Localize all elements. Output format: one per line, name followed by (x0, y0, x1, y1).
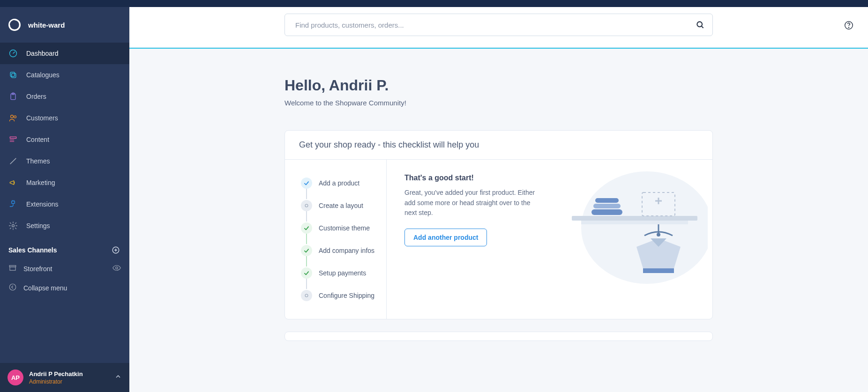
main-area: Hello, Andrii P. Welcome to the Shopware… (129, 7, 868, 392)
svg-rect-2 (12, 74, 16, 78)
user-footer[interactable]: AP Andrii P Pechatkin Administrator (0, 363, 129, 392)
svg-line-23 (702, 26, 703, 28)
shop-illustration (558, 164, 708, 286)
checklist-bubble-icon (301, 222, 312, 234)
shopware-logo-icon (8, 19, 21, 31)
checklist-label: Configure Shipping (319, 292, 374, 299)
collapse-menu-button[interactable]: Collapse menu (0, 278, 129, 297)
sales-channel-storefront[interactable]: Storefront (0, 259, 129, 278)
checklist-item[interactable]: Setup payments (301, 262, 377, 284)
sales-channel-label: Storefront (23, 265, 52, 273)
sidebar-item-marketing[interactable]: Marketing (0, 172, 129, 193)
clipboard-icon (8, 92, 18, 101)
sidebar-item-content[interactable]: Content (0, 129, 129, 150)
svg-rect-33 (591, 209, 622, 215)
svg-rect-30 (581, 221, 688, 224)
svg-point-38 (657, 233, 660, 237)
sidebar-item-customers[interactable]: Customers (0, 107, 129, 129)
svg-point-25 (848, 27, 849, 28)
checklist-item[interactable]: Configure Shipping (301, 284, 377, 307)
checklist-label: Setup payments (319, 269, 366, 277)
user-name: Andrii P Pechatkin (29, 370, 83, 377)
brush-icon (8, 156, 18, 166)
sidebar-item-catalogues[interactable]: Catalogues (0, 64, 129, 86)
os-topbar (0, 0, 868, 7)
chevron-up-icon (114, 373, 122, 382)
user-meta: Andrii P Pechatkin Administrator (29, 370, 83, 385)
add-another-product-button[interactable]: Add another product (404, 229, 487, 246)
svg-point-20 (116, 267, 118, 269)
svg-point-6 (11, 115, 14, 118)
copy-icon (8, 70, 18, 80)
sidebar-header: white-ward (0, 7, 129, 43)
search-input[interactable] (295, 21, 696, 29)
sidebar-item-label: Extensions (26, 200, 58, 208)
svg-point-27 (305, 294, 308, 297)
user-avatar: AP (7, 370, 23, 385)
sidebar-item-label: Catalogues (26, 71, 60, 79)
svg-rect-31 (595, 198, 619, 203)
sidebar-item-label: Marketing (26, 179, 55, 186)
svg-rect-11 (12, 201, 15, 203)
detail-text: Great, you've added your first product. … (404, 188, 536, 218)
checklist-item[interactable]: Add company infos (301, 239, 377, 262)
collapse-icon (8, 283, 17, 293)
checklist-bubble-icon (301, 267, 312, 279)
svg-rect-29 (572, 216, 697, 221)
sidebar: white-ward DashboardCataloguesOrdersCust… (0, 7, 129, 392)
checklist-item[interactable]: Create a layout (301, 194, 377, 217)
sidebar-nav: DashboardCataloguesOrdersCustomersConten… (0, 43, 129, 237)
checklist-bubble-icon (301, 245, 312, 256)
checklist-header: Get your shop ready - this checklist wil… (285, 131, 712, 160)
sidebar-item-label: Customers (26, 114, 58, 122)
svg-rect-39 (643, 268, 674, 273)
checklist-item[interactable]: Add a product (301, 172, 377, 194)
svg-rect-32 (593, 204, 621, 208)
checklist-item[interactable]: Customise theme (301, 217, 377, 239)
greeting-subtitle: Welcome to the Shopware Community! (284, 99, 713, 107)
plug-icon (8, 200, 18, 209)
sidebar-item-label: Orders (26, 93, 46, 100)
svg-point-7 (14, 116, 16, 118)
checklist-label: Add a product (319, 179, 359, 187)
add-sales-channel-button[interactable] (111, 245, 121, 255)
checklist-detail: That's a good start! Great, you've added… (387, 160, 712, 319)
shop-name: white-ward (28, 21, 65, 29)
checklist-card: Get your shop ready - this checklist wil… (284, 130, 713, 319)
next-card-peek (284, 332, 713, 341)
app-root: white-ward DashboardCataloguesOrdersCust… (0, 7, 868, 392)
searchbar-wrap (129, 7, 868, 48)
user-role: Administrator (29, 378, 83, 385)
megaphone-icon (8, 178, 18, 187)
sales-channels-label: Sales Channels (8, 246, 57, 254)
gear-icon (8, 221, 18, 230)
checklist-label: Add company infos (319, 247, 374, 254)
sidebar-item-dashboard[interactable]: Dashboard (0, 43, 129, 64)
sidebar-item-extensions[interactable]: Extensions (0, 193, 129, 215)
sales-channels-header: Sales Channels (0, 237, 129, 259)
checklist-body: Add a productCreate a layoutCustomise th… (285, 160, 712, 319)
search-icon[interactable] (696, 20, 705, 30)
storefront-icon (8, 264, 17, 274)
svg-point-22 (697, 22, 702, 27)
checklist-bubble-icon (301, 290, 312, 301)
svg-point-14 (12, 225, 15, 227)
sidebar-item-settings[interactable]: Settings (0, 215, 129, 237)
sidebar-item-label: Settings (26, 222, 50, 229)
content-scroll: Hello, Andrii P. Welcome to the Shopware… (129, 49, 868, 392)
svg-rect-19 (10, 267, 15, 271)
content-inner: Hello, Andrii P. Welcome to the Shopware… (284, 77, 713, 341)
sidebar-item-themes[interactable]: Themes (0, 150, 129, 172)
svg-point-26 (305, 204, 308, 207)
svg-rect-8 (10, 137, 16, 138)
sidebar-item-orders[interactable]: Orders (0, 86, 129, 107)
gauge-icon (8, 49, 18, 58)
users-icon (8, 113, 18, 123)
checklist-bubble-icon (301, 178, 312, 189)
checklist-column: Add a productCreate a layoutCustomise th… (285, 160, 387, 319)
visibility-icon[interactable] (112, 264, 121, 274)
user-initials: AP (11, 374, 20, 381)
checklist-label: Customise theme (319, 224, 370, 232)
global-search[interactable] (284, 14, 713, 36)
help-button[interactable] (844, 20, 854, 30)
